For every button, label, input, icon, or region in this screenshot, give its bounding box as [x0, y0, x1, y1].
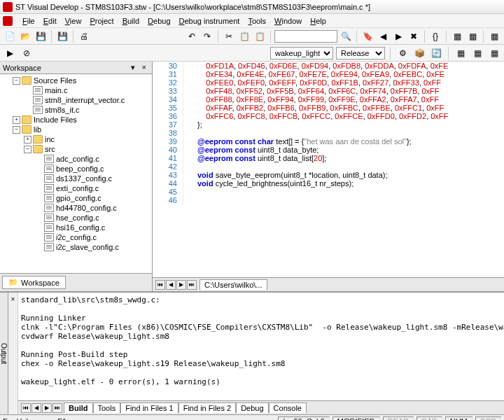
tree-file[interactable]: gpio_config.c: [56, 194, 102, 202]
tree-collapse-icon[interactable]: −: [24, 146, 31, 153]
brace-icon[interactable]: {}: [428, 29, 442, 43]
go-icon[interactable]: ▶: [3, 46, 17, 60]
tree-file[interactable]: i2c_slave_config.c: [56, 243, 119, 251]
bookmark-clear-icon[interactable]: ✖: [407, 29, 421, 43]
tab-first-icon[interactable]: ⏮: [155, 280, 165, 290]
menu-build[interactable]: Build: [118, 15, 144, 27]
tree-file[interactable]: hsi16_config.c: [56, 223, 105, 232]
out-prev-icon[interactable]: ◀: [31, 403, 41, 413]
toolbar-debug: ▶ ⊘ wakeup_light Release ⚙ 📦 🔄 ▦ ▦ ▦: [0, 45, 504, 62]
tree-src[interactable]: src: [45, 145, 55, 153]
folder-icon: [22, 115, 31, 124]
workspace-panel: Workspace ▾ × −Source Files main.c stm8_…: [0, 62, 153, 291]
tool-a-icon[interactable]: ▦: [450, 29, 464, 43]
output-tab-debug[interactable]: Debug: [236, 402, 268, 413]
config-combo[interactable]: Release: [336, 47, 385, 59]
out-first-icon[interactable]: ⏮: [21, 403, 31, 413]
tree-collapse-icon[interactable]: −: [13, 126, 20, 134]
file-icon: [44, 184, 54, 192]
compile-icon[interactable]: ⚙: [396, 46, 410, 60]
menu-window[interactable]: Window: [270, 15, 306, 27]
copy-icon[interactable]: 📋: [237, 29, 251, 43]
file-icon: [44, 204, 54, 212]
output-tab-find-in-files-1[interactable]: Find in Files 1: [120, 402, 178, 413]
undo-icon[interactable]: ↶: [185, 29, 199, 43]
save-all-icon[interactable]: 💾: [55, 29, 69, 43]
menu-file[interactable]: File: [18, 15, 39, 27]
out-next-icon[interactable]: ▶: [42, 403, 52, 413]
tree-main-c[interactable]: main.c: [45, 86, 67, 94]
tree-stm8s-it[interactable]: stm8s_it.c: [45, 106, 80, 114]
tree-stm8-int[interactable]: stm8_interrupt_vector.c: [45, 96, 125, 104]
tree-file[interactable]: ds1337_config.c: [56, 174, 112, 183]
tree-file[interactable]: beep_config.c: [56, 164, 104, 173]
folder-icon: [22, 125, 31, 134]
print-icon[interactable]: 🖨: [77, 29, 91, 43]
file-icon: [33, 96, 43, 104]
search-combo[interactable]: [274, 30, 337, 43]
workspace-tab[interactable]: 📁 Workspace: [2, 276, 66, 289]
tree-source-files[interactable]: Source Files: [34, 76, 76, 85]
code-editor: 30 0xFD1A, 0xFD46, 0xFD6E, 0xFD94, 0xFDB…: [153, 62, 504, 291]
tree-file[interactable]: adc_config.c: [56, 155, 99, 163]
output-tab-console[interactable]: Console: [269, 402, 307, 413]
tool-c-icon[interactable]: ▦: [487, 29, 501, 43]
code-area[interactable]: 30 0xFD1A, 0xFD46, 0xFD6E, 0xFD94, 0xFDB…: [153, 62, 504, 277]
menu-edit[interactable]: Edit: [39, 15, 61, 27]
tool-b-icon[interactable]: ▦: [465, 29, 479, 43]
tree-inc[interactable]: inc: [45, 135, 55, 144]
tree-file[interactable]: hd44780_config.c: [56, 204, 117, 212]
bookmark-next-icon[interactable]: ▶: [391, 29, 405, 43]
tree-expand-icon[interactable]: +: [24, 136, 31, 144]
output-tab-tools[interactable]: Tools: [93, 402, 121, 413]
file-tab[interactable]: C:\Users\wilko\...: [200, 279, 267, 290]
tree-file[interactable]: hse_config.c: [56, 214, 99, 222]
menu-tools[interactable]: Tools: [244, 15, 270, 27]
rebuild-icon[interactable]: 🔄: [429, 46, 443, 60]
tree-lib[interactable]: lib: [34, 125, 41, 134]
open-icon[interactable]: 📂: [18, 29, 32, 43]
output-close-icon[interactable]: ×: [11, 295, 15, 303]
save-icon[interactable]: 💾: [34, 29, 48, 43]
output-text[interactable]: standard_lib\src\stm8s_wwdg.c: Running L…: [18, 293, 504, 400]
panel-pin-icon[interactable]: ▾: [128, 63, 138, 72]
stop-icon[interactable]: ⊘: [20, 46, 34, 60]
tab-last-icon[interactable]: ⏭: [187, 280, 197, 290]
menu-view[interactable]: View: [61, 15, 86, 27]
status-cap: CAP: [416, 416, 442, 421]
panel-close-icon[interactable]: ×: [139, 63, 149, 72]
project-tree[interactable]: −Source Files main.c stm8_interrupt_vect…: [0, 74, 152, 273]
dbg1-icon[interactable]: ▦: [454, 46, 468, 60]
dbg2-icon[interactable]: ▦: [470, 46, 484, 60]
tab-next-icon[interactable]: ▶: [176, 280, 186, 290]
menu-debug-instrument[interactable]: Debug instrument: [175, 15, 244, 27]
menu-debug[interactable]: Debug: [144, 15, 174, 27]
status-bar: For Help, press F1 Ln 59, Col 6 MODIFIED…: [0, 414, 504, 420]
bookmark-icon[interactable]: 🔖: [360, 29, 374, 43]
output-tab-build[interactable]: Build: [64, 402, 93, 413]
tree-expand-icon[interactable]: +: [13, 116, 20, 124]
find-icon[interactable]: 🔍: [339, 29, 353, 43]
redo-icon[interactable]: ↷: [200, 29, 214, 43]
dbg3-icon[interactable]: ▦: [487, 46, 501, 60]
menu-bar: FileEditViewProjectBuildDebugDebug instr…: [0, 14, 504, 28]
tree-file[interactable]: i2c_config.c: [56, 233, 97, 241]
paste-icon[interactable]: 📋: [253, 29, 267, 43]
tab-prev-icon[interactable]: ◀: [166, 280, 176, 290]
out-last-icon[interactable]: ⏭: [52, 403, 62, 413]
tree-collapse-icon[interactable]: −: [13, 77, 20, 85]
menu-help[interactable]: Help: [306, 15, 330, 27]
target-combo[interactable]: wakeup_light: [270, 47, 333, 59]
tree-file[interactable]: exti_config.c: [56, 184, 99, 192]
folder-icon: [22, 76, 31, 85]
new-file-icon[interactable]: 📄: [3, 29, 17, 43]
app-icon: [3, 2, 13, 12]
menu-project[interactable]: Project: [85, 15, 118, 27]
menu-app-icon: [3, 16, 13, 26]
file-icon: [44, 164, 54, 173]
output-tab-find-in-files-2[interactable]: Find in Files 2: [178, 402, 236, 413]
cut-icon[interactable]: ✂: [222, 29, 236, 43]
build-icon[interactable]: 📦: [412, 46, 426, 60]
bookmark-prev-icon[interactable]: ◀: [376, 29, 390, 43]
tree-include-files[interactable]: Include Files: [34, 115, 77, 124]
